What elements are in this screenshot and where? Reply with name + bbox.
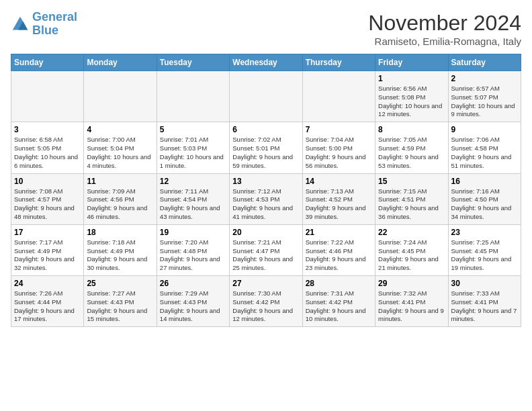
calendar-cell: 7Sunrise: 7:04 AMSunset: 5:00 PMDaylight… bbox=[302, 122, 375, 173]
calendar-cell: 20Sunrise: 7:21 AMSunset: 4:47 PMDayligh… bbox=[230, 224, 302, 275]
day-number: 12 bbox=[160, 177, 226, 186]
day-number: 23 bbox=[451, 228, 518, 237]
day-number: 24 bbox=[14, 279, 81, 288]
day-info: Sunrise: 7:09 AMSunset: 4:56 PMDaylight:… bbox=[87, 187, 153, 222]
calendar-cell: 25Sunrise: 7:27 AMSunset: 4:43 PMDayligh… bbox=[84, 276, 157, 327]
calendar-cell: 21Sunrise: 7:22 AMSunset: 4:46 PMDayligh… bbox=[302, 224, 375, 275]
day-info: Sunrise: 6:58 AMSunset: 5:05 PMDaylight:… bbox=[14, 136, 81, 170]
day-number: 9 bbox=[451, 125, 518, 134]
day-info: Sunrise: 6:57 AMSunset: 5:07 PMDaylight:… bbox=[451, 85, 518, 119]
day-number: 28 bbox=[306, 279, 372, 288]
day-number: 19 bbox=[160, 228, 226, 237]
location: Ramiseto, Emilia-Romagna, Italy bbox=[368, 36, 521, 47]
calendar-table: Sunday Monday Tuesday Wednesday Thursday… bbox=[11, 54, 521, 327]
day-info: Sunrise: 7:04 AMSunset: 5:00 PMDaylight:… bbox=[306, 136, 372, 170]
day-info: Sunrise: 7:01 AMSunset: 5:03 PMDaylight:… bbox=[160, 136, 226, 170]
day-info: Sunrise: 6:56 AMSunset: 5:08 PMDaylight:… bbox=[378, 85, 445, 119]
day-info: Sunrise: 7:20 AMSunset: 4:48 PMDaylight:… bbox=[160, 238, 226, 273]
day-number: 6 bbox=[232, 125, 299, 134]
logo-blue: Blue bbox=[32, 24, 58, 37]
day-info: Sunrise: 7:15 AMSunset: 4:51 PMDaylight:… bbox=[378, 187, 445, 222]
day-number: 15 bbox=[378, 177, 445, 186]
calendar-week-0: 1Sunrise: 6:56 AMSunset: 5:08 PMDaylight… bbox=[11, 71, 521, 122]
page: General Blue November 2024 Ramiseto, Emi… bbox=[0, 0, 532, 332]
month-title: November 2024 bbox=[368, 11, 521, 36]
header-monday: Monday bbox=[84, 54, 157, 71]
calendar-cell: 3Sunrise: 6:58 AMSunset: 5:05 PMDaylight… bbox=[11, 122, 84, 173]
calendar-cell: 17Sunrise: 7:17 AMSunset: 4:49 PMDayligh… bbox=[11, 224, 84, 275]
day-info: Sunrise: 7:24 AMSunset: 4:45 PMDaylight:… bbox=[378, 238, 445, 273]
day-number: 22 bbox=[378, 228, 445, 237]
header-wednesday: Wednesday bbox=[230, 54, 302, 71]
logo-icon bbox=[11, 15, 30, 34]
day-number: 21 bbox=[306, 228, 372, 237]
calendar-body: 1Sunrise: 6:56 AMSunset: 5:08 PMDaylight… bbox=[11, 71, 521, 327]
day-info: Sunrise: 7:17 AMSunset: 4:49 PMDaylight:… bbox=[14, 238, 81, 273]
day-info: Sunrise: 7:27 AMSunset: 4:43 PMDaylight:… bbox=[87, 289, 153, 324]
header-saturday: Saturday bbox=[448, 54, 521, 71]
day-info: Sunrise: 7:25 AMSunset: 4:45 PMDaylight:… bbox=[451, 238, 518, 273]
calendar-cell: 5Sunrise: 7:01 AMSunset: 5:03 PMDaylight… bbox=[157, 122, 229, 173]
calendar-cell: 6Sunrise: 7:02 AMSunset: 5:01 PMDaylight… bbox=[230, 122, 302, 173]
day-number: 29 bbox=[378, 279, 445, 288]
day-number: 4 bbox=[87, 125, 153, 134]
logo-text: General Blue bbox=[32, 11, 77, 38]
day-info: Sunrise: 7:31 AMSunset: 4:42 PMDaylight:… bbox=[306, 289, 372, 324]
day-number: 18 bbox=[87, 228, 153, 237]
title-block: November 2024 Ramiseto, Emilia-Romagna, … bbox=[368, 11, 521, 47]
logo-general: General bbox=[32, 10, 77, 24]
calendar-cell bbox=[302, 71, 375, 122]
day-info: Sunrise: 7:00 AMSunset: 5:04 PMDaylight:… bbox=[87, 136, 153, 170]
calendar-cell: 30Sunrise: 7:33 AMSunset: 4:41 PMDayligh… bbox=[448, 276, 521, 327]
day-number: 10 bbox=[14, 177, 81, 186]
calendar-cell: 14Sunrise: 7:13 AMSunset: 4:52 PMDayligh… bbox=[302, 173, 375, 224]
header: General Blue November 2024 Ramiseto, Emi… bbox=[11, 11, 521, 47]
day-number: 16 bbox=[451, 177, 518, 186]
calendar-cell: 29Sunrise: 7:32 AMSunset: 4:41 PMDayligh… bbox=[375, 276, 448, 327]
day-info: Sunrise: 7:26 AMSunset: 4:44 PMDaylight:… bbox=[14, 289, 81, 324]
calendar-cell bbox=[230, 71, 302, 122]
day-info: Sunrise: 7:12 AMSunset: 4:53 PMDaylight:… bbox=[232, 187, 299, 222]
calendar-cell: 13Sunrise: 7:12 AMSunset: 4:53 PMDayligh… bbox=[230, 173, 302, 224]
day-number: 8 bbox=[378, 125, 445, 134]
calendar-cell: 1Sunrise: 6:56 AMSunset: 5:08 PMDaylight… bbox=[375, 71, 448, 122]
calendar-cell: 11Sunrise: 7:09 AMSunset: 4:56 PMDayligh… bbox=[84, 173, 157, 224]
day-number: 11 bbox=[87, 177, 153, 186]
header-sunday: Sunday bbox=[11, 54, 84, 71]
calendar-week-2: 10Sunrise: 7:08 AMSunset: 4:57 PMDayligh… bbox=[11, 173, 521, 224]
calendar-cell bbox=[157, 71, 229, 122]
day-info: Sunrise: 7:06 AMSunset: 4:58 PMDaylight:… bbox=[451, 136, 518, 170]
calendar-week-1: 3Sunrise: 6:58 AMSunset: 5:05 PMDaylight… bbox=[11, 122, 521, 173]
day-info: Sunrise: 7:18 AMSunset: 4:49 PMDaylight:… bbox=[87, 238, 153, 273]
calendar-cell: 9Sunrise: 7:06 AMSunset: 4:58 PMDaylight… bbox=[448, 122, 521, 173]
calendar-cell: 15Sunrise: 7:15 AMSunset: 4:51 PMDayligh… bbox=[375, 173, 448, 224]
calendar-cell: 18Sunrise: 7:18 AMSunset: 4:49 PMDayligh… bbox=[84, 224, 157, 275]
day-info: Sunrise: 7:29 AMSunset: 4:43 PMDaylight:… bbox=[160, 289, 226, 324]
logo: General Blue bbox=[11, 11, 77, 38]
day-number: 27 bbox=[232, 279, 299, 288]
day-number: 30 bbox=[451, 279, 518, 288]
day-info: Sunrise: 7:32 AMSunset: 4:41 PMDaylight:… bbox=[378, 289, 445, 324]
day-number: 7 bbox=[306, 125, 372, 134]
day-number: 14 bbox=[306, 177, 372, 186]
calendar-cell bbox=[11, 71, 84, 122]
day-number: 20 bbox=[232, 228, 299, 237]
day-info: Sunrise: 7:08 AMSunset: 4:57 PMDaylight:… bbox=[14, 187, 81, 222]
day-info: Sunrise: 7:05 AMSunset: 4:59 PMDaylight:… bbox=[378, 136, 445, 170]
day-number: 26 bbox=[160, 279, 226, 288]
day-info: Sunrise: 7:30 AMSunset: 4:42 PMDaylight:… bbox=[232, 289, 299, 324]
calendar-cell: 16Sunrise: 7:16 AMSunset: 4:50 PMDayligh… bbox=[448, 173, 521, 224]
day-info: Sunrise: 7:02 AMSunset: 5:01 PMDaylight:… bbox=[232, 136, 299, 170]
calendar-header: Sunday Monday Tuesday Wednesday Thursday… bbox=[11, 54, 521, 71]
day-number: 17 bbox=[14, 228, 81, 237]
calendar-cell bbox=[84, 71, 157, 122]
day-number: 1 bbox=[378, 74, 445, 83]
header-thursday: Thursday bbox=[302, 54, 375, 71]
day-number: 13 bbox=[232, 177, 299, 186]
calendar-cell: 2Sunrise: 6:57 AMSunset: 5:07 PMDaylight… bbox=[448, 71, 521, 122]
day-info: Sunrise: 7:33 AMSunset: 4:41 PMDaylight:… bbox=[451, 289, 518, 324]
day-info: Sunrise: 7:21 AMSunset: 4:47 PMDaylight:… bbox=[232, 238, 299, 273]
calendar-cell: 8Sunrise: 7:05 AMSunset: 4:59 PMDaylight… bbox=[375, 122, 448, 173]
day-info: Sunrise: 7:11 AMSunset: 4:54 PMDaylight:… bbox=[160, 187, 226, 222]
calendar-cell: 24Sunrise: 7:26 AMSunset: 4:44 PMDayligh… bbox=[11, 276, 84, 327]
